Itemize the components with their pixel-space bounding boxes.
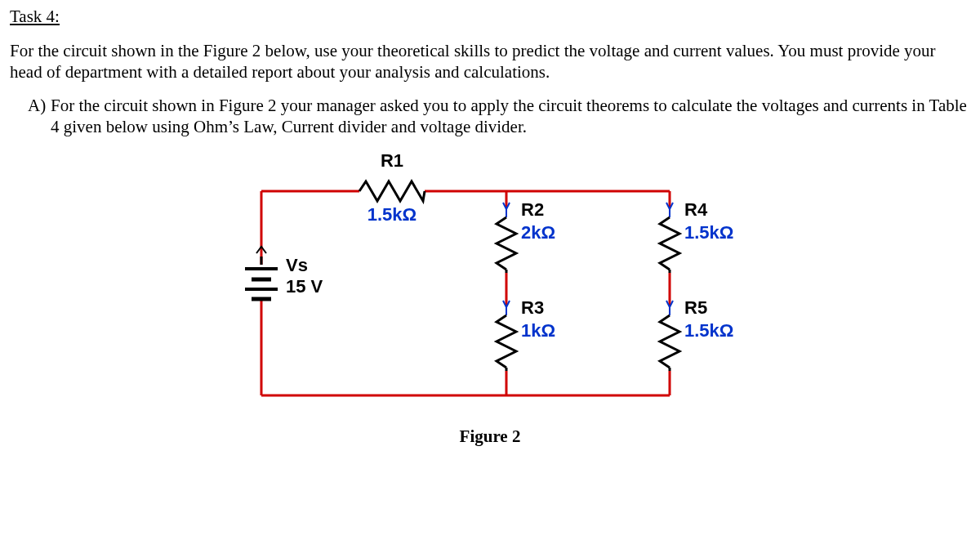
r1-value: 1.5kΩ: [368, 204, 416, 225]
figure-caption-text: Figure 2: [460, 426, 521, 446]
task-intro: For the circuit shown in the Figure 2 be…: [10, 40, 970, 83]
r5-value: 1.5kΩ: [684, 320, 733, 341]
r2-name: R2: [521, 199, 544, 220]
r4-name: R4: [684, 199, 708, 220]
voltage-source: [245, 257, 278, 299]
r3-value: 1kΩ: [521, 320, 555, 341]
resistor-r3: [497, 301, 516, 371]
r2-value: 2kΩ: [521, 222, 555, 243]
task-title: Task 4:: [10, 7, 970, 27]
r1-name: R1: [381, 150, 403, 171]
resistor-r1: [359, 181, 425, 201]
figure-2: R1 1.5kΩ R2 2kΩ R3 1kΩ R4 1.5kΩ R5 1.5kΩ…: [10, 142, 970, 425]
circuit-svg: R1 1.5kΩ R2 2kΩ R3 1kΩ R4 1.5kΩ R5 1.5kΩ…: [229, 142, 751, 420]
r3-name: R3: [521, 297, 544, 318]
task-item-marker: A): [28, 95, 51, 138]
resistor-r2: [497, 203, 516, 273]
r5-name: R5: [684, 297, 707, 318]
r4-value: 1.5kΩ: [684, 222, 733, 243]
vs-name: Vs: [286, 255, 308, 275]
task-item-body: For the circuit shown in Figure 2 your m…: [51, 95, 970, 138]
task-item-a: A) For the circuit shown in Figure 2 you…: [28, 95, 970, 138]
figure-caption: Figure 2: [10, 426, 970, 447]
vs-value: 15 V: [286, 276, 323, 297]
resistor-r5: [660, 301, 679, 371]
resistor-r4: [660, 203, 679, 273]
